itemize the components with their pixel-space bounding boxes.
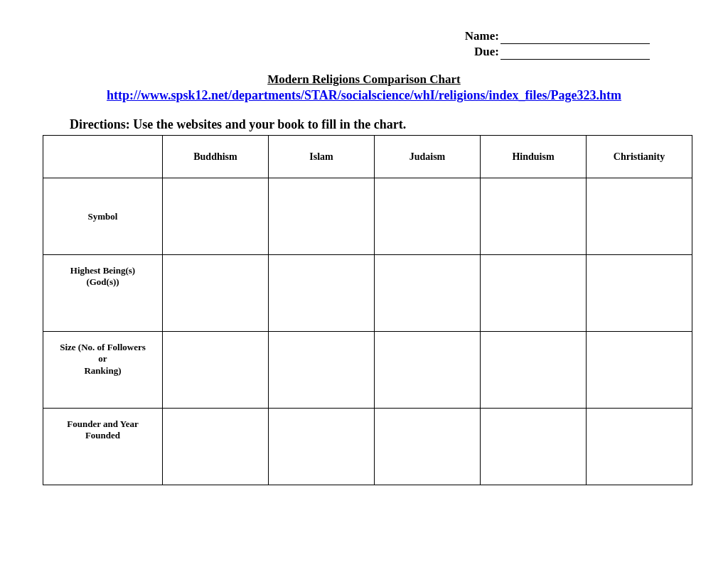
row-label: Highest Being(s)(God(s)) xyxy=(43,255,163,332)
table-row: Highest Being(s)(God(s)) xyxy=(43,255,692,332)
table-cell xyxy=(269,409,375,485)
col-header: Islam xyxy=(269,136,375,178)
comparison-table: Buddhism Islam Judaism Hinduism Christia… xyxy=(43,135,692,485)
table-cell xyxy=(587,255,692,332)
table-cell xyxy=(481,409,587,485)
title-block: Modern Religions Comparison Chart http:/… xyxy=(43,72,685,103)
table-cell xyxy=(587,409,692,485)
table-cell xyxy=(587,178,692,255)
due-blank xyxy=(500,59,650,60)
table-cell xyxy=(375,178,481,255)
table-cell xyxy=(481,255,587,332)
due-label: Due: xyxy=(474,45,499,58)
page-title: Modern Religions Comparison Chart xyxy=(267,72,461,86)
col-header: Christianity xyxy=(587,136,692,178)
table-cell xyxy=(375,409,481,485)
col-header: Buddhism xyxy=(163,136,269,178)
table-cell xyxy=(163,409,269,485)
source-link[interactable]: http://www.spsk12.net/departments/STAR/s… xyxy=(43,88,685,103)
col-header: Hinduism xyxy=(481,136,587,178)
col-header: Judaism xyxy=(375,136,481,178)
table-cell xyxy=(269,255,375,332)
student-info: Name: Due: xyxy=(43,28,685,60)
table-cell xyxy=(375,255,481,332)
table-header-row: Buddhism Islam Judaism Hinduism Christia… xyxy=(43,136,692,178)
name-label: Name: xyxy=(465,29,499,43)
table-row: Founder and YearFounded xyxy=(43,409,692,485)
due-line: Due: xyxy=(43,44,650,60)
table-cell xyxy=(163,255,269,332)
table-cell xyxy=(269,332,375,409)
table-cell xyxy=(163,178,269,255)
table-cell xyxy=(375,332,481,409)
row-label: Founder and YearFounded xyxy=(43,409,163,485)
name-line: Name: xyxy=(43,28,650,44)
row-label: Symbol xyxy=(43,178,163,255)
table-row: Size (No. of FollowersorRanking) xyxy=(43,332,692,409)
table-cell xyxy=(481,332,587,409)
corner-cell xyxy=(43,136,163,178)
table-cell xyxy=(587,332,692,409)
directions: Directions: Use the websites and your bo… xyxy=(70,117,685,132)
table-cell xyxy=(269,178,375,255)
table-cell xyxy=(163,332,269,409)
table-cell xyxy=(481,178,587,255)
table-row: Symbol xyxy=(43,178,692,255)
row-label: Size (No. of FollowersorRanking) xyxy=(43,332,163,409)
